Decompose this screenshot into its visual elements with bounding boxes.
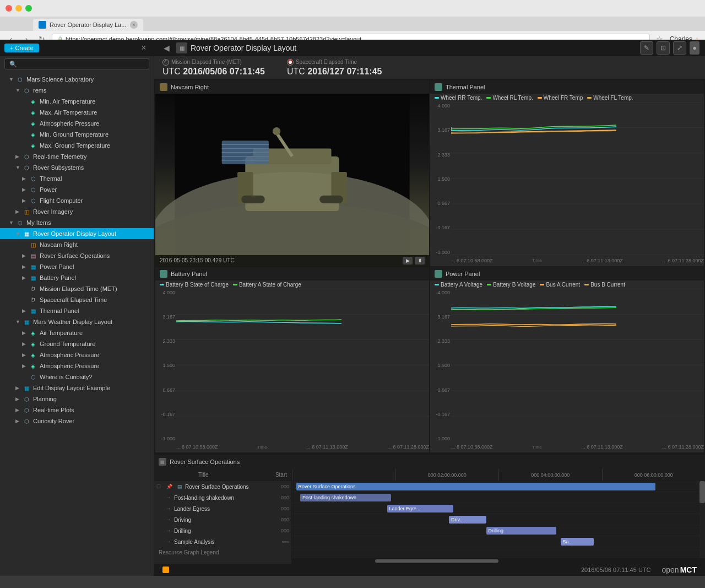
active-tab[interactable]: Rover Operator Display La... × <box>33 19 143 31</box>
maximize-window-button[interactable] <box>25 5 32 12</box>
chevron-right-icon: ▶ <box>22 308 29 314</box>
stop-button[interactable]: ⏸ <box>415 257 425 265</box>
folder-icon: ⬡ <box>29 174 37 183</box>
sidebar-item-realtime[interactable]: ▶ ⬡ Real-time Telemetry <box>0 151 154 162</box>
sidebar-label: Battery Panel <box>40 274 76 281</box>
menu-button[interactable]: ● <box>690 41 699 55</box>
gantt-hscrollbar-thumb[interactable] <box>375 559 498 563</box>
sidebar-item-power-panel[interactable]: ▶ ▦ Power Panel <box>0 261 154 272</box>
layout-icon: ▦ <box>22 317 31 326</box>
power-title: Power Panel <box>446 271 480 277</box>
chevron-down-icon: ▼ <box>9 220 15 225</box>
sidebar-item-thermal[interactable]: ▶ ⬡ Thermal <box>0 173 154 184</box>
sidebar-item-curiosity[interactable]: ⬡ Where is Curiosity? <box>0 371 154 382</box>
gantt-hscrollbar[interactable] <box>292 558 705 564</box>
task-row-surface-ops[interactable]: ☐ 📌 ▤ Rover Surface Operations 000 <box>154 481 291 492</box>
battery-chart-svg <box>176 289 429 442</box>
imagery-icon: ◫ <box>22 207 31 216</box>
sidebar-item-atm-pressure2[interactable]: ▶ ◈ Atmospheric Pressure <box>0 349 154 360</box>
sidebar-close-button[interactable]: × <box>138 42 149 53</box>
legend-wheel-rr: Wheel RR Temp. <box>435 95 482 101</box>
timeline-title: Rover Surface Operations <box>170 458 240 465</box>
folder-icon: ⬡ <box>22 406 31 414</box>
power-chart-area: 4.000 3.167 2.333 1.500 0.667 -0.167 -1.… <box>430 289 704 453</box>
task-row-shakedown[interactable]: → Post-landing shakedown 000 <box>154 492 291 503</box>
copy-button[interactable]: ⊡ <box>657 41 670 55</box>
sidebar-item-air-temp[interactable]: ▶ ◈ Air Temperature <box>0 327 154 338</box>
gantt-scrollbar[interactable] <box>699 481 705 558</box>
task-row-egress[interactable]: → Lander Egress 000 <box>154 503 291 514</box>
tab-close-button[interactable]: × <box>130 21 138 29</box>
view-type-icon: ▦ <box>176 42 187 53</box>
navcam-controls: ▶ ⏸ <box>403 257 425 265</box>
tick-0 <box>292 469 395 481</box>
sidebar-label: Mission Elapsed Time (MET) <box>40 285 117 292</box>
gantt-scrollbar-thumb[interactable] <box>699 481 705 503</box>
x-time-label: Time <box>532 445 541 450</box>
edit-button[interactable]: ✎ <box>640 41 653 55</box>
sidebar-item-battery-panel[interactable]: ▶ ▦ Battery Panel <box>0 272 154 283</box>
sidebar-toggle-button[interactable]: ◀ <box>160 41 173 55</box>
battery-legend: Battery B State of Charge Battery A Stat… <box>155 280 429 289</box>
timeline-icon: ▤ <box>159 458 166 466</box>
minimize-window-button[interactable] <box>15 5 22 12</box>
chevron-right-icon: ▶ <box>15 385 22 391</box>
create-button[interactable]: + Create <box>4 44 39 52</box>
sidebar-item-set[interactable]: ⏱ Spacecraft Elapsed Time <box>0 294 154 305</box>
battery-header: Battery Panel <box>155 267 429 280</box>
navcam-timestamp: 2016-05-05 23:15:00.429 UTC <box>160 257 403 263</box>
sidebar-item-thermal-panel[interactable]: ▶ ▦ Thermal Panel <box>0 305 154 316</box>
sidebar-item-met[interactable]: ⏱ Mission Elapsed Time (MET) <box>0 283 154 294</box>
search-input[interactable] <box>4 58 149 69</box>
navcam-header: Navcam Right <box>155 80 429 94</box>
play-pause-button[interactable]: ▶ <box>403 257 413 265</box>
sidebar-item-power[interactable]: ▶ ⬡ Power <box>0 184 154 195</box>
sidebar-item-min-ground[interactable]: ◈ Min. Ground Temperature <box>0 129 154 140</box>
sidebar-item-flight-computer[interactable]: ▶ ⬡ Flight Computer <box>0 195 154 206</box>
page-title: Rover Operator Display Layout <box>191 44 637 52</box>
sidebar-item-rover-display[interactable]: ▼ ▦ Rover Operator Display Layout <box>0 228 154 239</box>
sidebar-item-weather-layout[interactable]: ▼ ▦ Mars Weather Display Layout <box>0 316 154 327</box>
sidebar-item-mars-science[interactable]: ▼ ⬡ Mars Science Laboratory <box>0 74 154 85</box>
sidebar-label: Real-time Plots <box>33 407 74 413</box>
sidebar-item-realtime-plots[interactable]: ▶ ⬡ Real-time Plots <box>0 404 154 416</box>
sidebar-item-rover-subsystems[interactable]: ▼ ⬡ Rover Subsystems <box>0 162 154 173</box>
gantt-row-2: Lander Egre... <box>292 503 705 514</box>
task-row-driving[interactable]: → Driving 000 <box>154 514 291 525</box>
sidebar-label: Real-time Telemetry <box>33 153 87 160</box>
folder-icon: ⬡ <box>29 185 37 194</box>
sidebar-label: Mars Science Laboratory <box>26 76 94 83</box>
tab-favicon <box>39 21 46 29</box>
task-row-sample[interactable]: → Sample Analysis ≈≈≈ <box>154 536 291 547</box>
task-start-val: 000 <box>273 506 289 511</box>
close-window-button[interactable] <box>6 5 12 12</box>
sidebar-item-surface-ops[interactable]: ▶ ▤ Rover Surface Operations <box>0 250 154 261</box>
met-label: ⏱ Mission Elapsed Time (MET) <box>162 59 265 66</box>
sidebar-item-ground-temp[interactable]: ▶ ◈ Ground Temperature <box>0 338 154 349</box>
gantt-row-1: Post-landing shakedown <box>292 492 705 503</box>
y-label-2333: 2.333 <box>430 152 450 158</box>
sidebar-item-min-air[interactable]: ◈ Min. Air Temperature <box>0 96 154 107</box>
task-start-val: ≈≈≈ <box>273 540 289 544</box>
y-label-neg167: -0.167 <box>155 412 175 417</box>
sidebar-item-max-air[interactable]: ◈ Max. Air Temperature <box>0 107 154 118</box>
task-row-drilling[interactable]: → Drilling 000 <box>154 525 291 536</box>
svg-rect-7 <box>241 196 265 203</box>
tick-2h: 000 02:00:00.000 <box>395 469 499 481</box>
y-label-15: 1.500 <box>155 363 175 368</box>
task-name: Drilling <box>174 528 270 534</box>
sidebar-item-atm-pressure[interactable]: ◈ Atmospheric Pressure <box>0 118 154 129</box>
sidebar-item-atm-pressure3[interactable]: ▶ ◈ Atmospheric Pressure <box>0 360 154 371</box>
power-legend: Battery A Voltage Battery B Voltage Bus … <box>430 280 704 289</box>
sidebar-item-rems[interactable]: ▼ ⬡ rems <box>0 85 154 96</box>
sidebar-item-curiosity-rover[interactable]: ▶ ⬡ Curiosity Rover <box>0 416 154 427</box>
sidebar-item-my-items[interactable]: ▼ ⬡ My Items <box>0 217 154 228</box>
sidebar-item-rover-imagery[interactable]: ▶ ◫ Rover Imagery <box>0 206 154 217</box>
sidebar-item-navcam[interactable]: ◫ Navcam Right <box>0 239 154 250</box>
sidebar-item-max-ground[interactable]: ◈ Max. Ground Temperature <box>0 140 154 151</box>
openmct-logo: openMCT <box>662 565 697 574</box>
sidebar-item-planning[interactable]: ▶ ⬡ Planning <box>0 393 154 404</box>
expand-button[interactable]: ⤢ <box>673 41 686 55</box>
folder-icon: ⬡ <box>15 75 24 84</box>
sidebar-item-edit-layout[interactable]: ▶ ▦ Edit Display Layout Example <box>0 382 154 393</box>
